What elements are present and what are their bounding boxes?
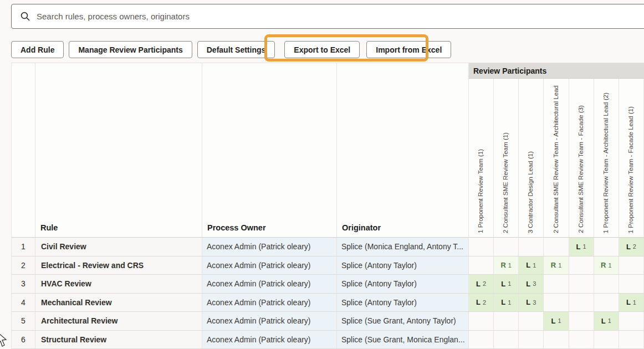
participant-cell[interactable] <box>594 331 619 349</box>
participant-column-header[interactable]: 1 Proponent Review Team (1) <box>469 79 494 237</box>
rule-cell[interactable]: Mechanical Review <box>35 294 202 312</box>
process-owner-cell[interactable]: Aconex Admin (Patrick oleary) <box>202 312 337 330</box>
review-participants-group-header: Review Participants <box>469 63 644 79</box>
process-owner-cell[interactable]: Aconex Admin (Patrick oleary) <box>202 256 337 275</box>
rules-table: Rule Process Owner Originator Review Par… <box>11 63 644 349</box>
participant-cell[interactable] <box>544 238 569 256</box>
participant-cell[interactable] <box>544 331 569 349</box>
manage-review-participants-button[interactable]: Manage Review Participants <box>69 41 192 58</box>
participant-cell[interactable]: L1 <box>519 256 544 275</box>
process-owner-cell[interactable]: Aconex Admin (Patrick oleary) <box>202 331 337 349</box>
participant-column-header[interactable]: 2 Consultant SME Review Team (1) <box>494 79 519 237</box>
participant-cell[interactable] <box>594 238 619 256</box>
review-participants-group: Review Participants 1 Proponent Review T… <box>469 63 644 237</box>
participant-cell[interactable] <box>594 275 619 293</box>
table-row: 3 HVAC Review Aconex Admin (Patrick olea… <box>12 275 644 294</box>
rule-cell[interactable]: Civil Review <box>35 238 202 256</box>
rule-cell[interactable]: Electrical - Review and CRS <box>35 256 202 275</box>
table-header-row: Rule Process Owner Originator Review Par… <box>12 63 644 238</box>
participant-cell[interactable]: R1 <box>494 256 519 275</box>
participant-cell[interactable]: L1 <box>594 312 619 330</box>
participant-cell[interactable] <box>494 238 519 256</box>
participant-cell[interactable] <box>569 312 594 330</box>
assignment-count: 3 <box>533 299 536 306</box>
rule-cell[interactable]: Architectural Review <box>35 312 202 330</box>
process-owner-cell[interactable]: Aconex Admin (Patrick oleary) <box>202 275 337 293</box>
rule-cell[interactable]: HVAC Review <box>35 275 202 293</box>
participant-cell[interactable]: R1 <box>594 256 619 275</box>
participant-cell[interactable]: L2 <box>469 294 494 312</box>
search-icon <box>21 12 30 21</box>
assignment-letter: L <box>476 280 481 288</box>
originator-cell[interactable]: Splice (Sue Grant, Antony Taylor) <box>337 312 469 330</box>
originator-cell[interactable]: Splice (Antony Taylor) <box>337 275 469 293</box>
participant-column-header[interactable]: 1 Proponent Review Team - Architectural … <box>594 79 619 237</box>
assignment-count: 1 <box>608 262 611 269</box>
participant-column-header[interactable]: 1 Proponent Review Team - Facade Lead (1… <box>619 79 644 237</box>
originator-cell[interactable]: Splice (Antony Taylor) <box>337 256 469 275</box>
participant-cell[interactable] <box>469 312 494 330</box>
participant-cell[interactable]: L3 <box>519 275 544 293</box>
default-settings-button[interactable]: Default Settings <box>197 41 275 58</box>
add-rule-button[interactable]: Add Rule <box>11 41 64 58</box>
assignment-letter: L <box>526 298 530 306</box>
participant-cell[interactable] <box>569 275 594 293</box>
participant-cell[interactable] <box>494 331 519 349</box>
participant-cell[interactable] <box>569 294 594 312</box>
participant-cell[interactable] <box>594 294 619 312</box>
participant-cell[interactable]: L1 <box>569 238 594 256</box>
participant-cell[interactable] <box>544 294 569 312</box>
import-from-excel-button[interactable]: Import from Excel <box>366 41 451 58</box>
assignment-count: 1 <box>508 262 512 269</box>
row-number: 6 <box>12 331 35 349</box>
originator-cell[interactable]: Splice (Antony Taylor) <box>337 294 469 312</box>
process-owner-cell[interactable]: Aconex Admin (Patrick oleary) <box>202 238 337 256</box>
participant-column-header[interactable]: 2 Consultant SME Review Team - Architect… <box>544 79 569 237</box>
participant-cell[interactable] <box>519 312 544 330</box>
originator-cell[interactable]: Splice (Sue Grant, Monica Englan... <box>337 331 469 349</box>
assignment-letter: L <box>526 261 530 269</box>
search-input[interactable] <box>37 12 644 21</box>
participant-cell[interactable]: L2 <box>469 275 494 293</box>
assignment-letter: L <box>476 298 481 306</box>
participant-cell[interactable] <box>469 238 494 256</box>
participant-cell[interactable] <box>619 256 644 275</box>
process-owner-column-header[interactable]: Process Owner <box>202 63 337 237</box>
participant-cell[interactable] <box>619 275 644 293</box>
search-bar <box>11 4 644 29</box>
participant-cell[interactable]: L1 <box>619 294 644 312</box>
participant-cell[interactable]: L3 <box>519 294 544 312</box>
assignment-count: 1 <box>508 280 511 287</box>
participant-column-header[interactable]: 2 Consultant SME Review Team - Facade (3… <box>569 79 594 237</box>
participant-cell[interactable] <box>619 331 644 349</box>
participant-cell[interactable]: R1 <box>544 256 569 275</box>
export-to-excel-button[interactable]: Export to Excel <box>284 41 360 58</box>
table-row: 1 Civil Review Aconex Admin (Patrick ole… <box>12 238 644 256</box>
participant-cell[interactable] <box>569 331 594 349</box>
rule-cell[interactable]: Structural Review <box>35 331 202 349</box>
assignment-letter: R <box>500 261 505 269</box>
rule-column-header[interactable]: Rule <box>35 63 202 237</box>
assignment-letter: L <box>601 317 606 325</box>
assignment-letter: L <box>626 243 631 251</box>
process-owner-cell[interactable]: Aconex Admin (Patrick oleary) <box>202 294 337 312</box>
participant-cell[interactable] <box>619 312 644 330</box>
assignment-count: 1 <box>508 299 511 306</box>
participant-cell[interactable] <box>519 331 544 349</box>
participant-cell[interactable] <box>469 256 494 275</box>
participant-cell[interactable] <box>469 331 494 349</box>
row-number: 3 <box>12 275 35 293</box>
participant-cell[interactable] <box>544 275 569 293</box>
participant-cell[interactable] <box>569 256 594 275</box>
participant-cell[interactable] <box>519 238 544 256</box>
table-row: 6 Structural Review Aconex Admin (Patric… <box>12 331 644 349</box>
participant-column-header[interactable]: 3 Contractor Design Lead (1) <box>519 79 544 237</box>
originator-cell[interactable]: Splice (Monica England, Antony T... <box>337 238 469 256</box>
assignment-letter: L <box>626 298 631 306</box>
participant-cell[interactable]: L2 <box>619 238 644 256</box>
participant-cell[interactable]: L1 <box>494 275 519 293</box>
participant-cell[interactable] <box>494 312 519 330</box>
participant-cell[interactable]: L1 <box>544 312 569 330</box>
originator-column-header[interactable]: Originator <box>337 63 469 237</box>
participant-cell[interactable]: L1 <box>494 294 519 312</box>
